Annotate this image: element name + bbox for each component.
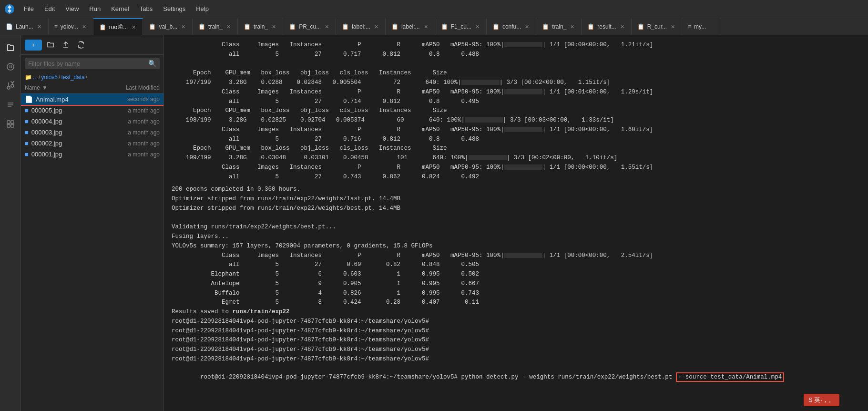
tab-train1[interactable]: 📋 train_ ✕ xyxy=(193,18,238,35)
tab-conf-close[interactable]: ✕ xyxy=(524,23,530,31)
tab-pr[interactable]: 📋 PR_cu... ✕ xyxy=(283,18,336,35)
watermark: S 英·，。 xyxy=(804,394,839,406)
app-logo xyxy=(4,3,15,15)
search-input[interactable] xyxy=(28,60,148,67)
tab-root[interactable]: 📋 root©... ✕ xyxy=(93,18,143,35)
refresh-button[interactable] xyxy=(74,38,88,51)
tab-rcur-close[interactable]: ✕ xyxy=(670,23,676,31)
menu-run[interactable]: Run xyxy=(84,3,105,14)
menu-settings[interactable]: Settings xyxy=(158,3,190,14)
tab-train3-icon: 📋 xyxy=(542,23,549,30)
top-all-row: all 5 27 0.717 0.812 0.8 0.488 xyxy=(172,50,860,59)
summary-2: Optimizer stripped from runs/train/exp22… xyxy=(172,195,860,204)
file-panel: + 🔍 📁 xyxy=(21,35,164,411)
summary-4 xyxy=(172,214,860,223)
sidebar-extensions-btn[interactable] xyxy=(2,115,19,133)
last-cmd-highlight: --source test_data/Animal.mp4 xyxy=(676,372,785,382)
cmd-line-4: root@d1-220928184041vp4-pod-jupyter-7487… xyxy=(172,345,860,354)
terminal-output[interactable]: Class Images Instances P R mAP50 mAP50-9… xyxy=(164,35,868,411)
epoch197-class: Class Images Instances P R mAP50 mAP50-9… xyxy=(172,88,860,97)
tab-conf[interactable]: 📋 confu... ✕ xyxy=(487,18,536,35)
svg-rect-2 xyxy=(10,65,10,68)
tab-yolov-icon: ≡ xyxy=(54,23,58,30)
breadcrumb-folder-icon: 📁 xyxy=(25,74,32,81)
tab-launch-close[interactable]: ✕ xyxy=(36,23,42,31)
search-box[interactable]: 🔍 xyxy=(25,58,160,69)
tab-f1[interactable]: 📋 F1_cu... ✕ xyxy=(435,18,487,35)
main-layout: + 🔍 📁 xyxy=(0,35,868,411)
tab-label2-close[interactable]: ✕ xyxy=(423,23,429,31)
svg-rect-3 xyxy=(11,65,12,68)
sidebar-running-btn[interactable] xyxy=(2,58,19,75)
tab-root-close[interactable]: ✕ xyxy=(131,23,137,31)
last-cmd-line: root@d1-220928184041vp4-pod-jupyter-7487… xyxy=(172,364,860,391)
menu-help[interactable]: Help xyxy=(191,3,214,14)
tab-yolov-close[interactable]: ✕ xyxy=(81,23,87,31)
epoch197-row: Epoch GPU_mem box_loss obj_loss cls_loss… xyxy=(172,69,860,78)
tab-bar: 📄 Laun... ✕ ≡ yolov... ✕ 📋 root©... ✕ 📋 … xyxy=(0,18,868,35)
tab-train2[interactable]: 📋 train_ ✕ xyxy=(238,18,283,35)
menu-tabs[interactable]: Tabs xyxy=(135,3,157,14)
tab-valb[interactable]: 📋 val_b... ✕ xyxy=(143,18,193,35)
file-item-000004[interactable]: ■ 000004.jpg a month ago xyxy=(21,116,163,127)
epoch197-all: all 5 27 0.714 0.812 0.8 0.495 xyxy=(172,97,860,106)
cmd-line-1: root@d1-220928184041vp4-pod-jupyter-7487… xyxy=(172,317,860,326)
menu-view[interactable]: View xyxy=(61,3,83,14)
sidebar-git-btn[interactable] xyxy=(2,77,19,94)
epoch199-class: Class Images Instances P R mAP50 mAP50-9… xyxy=(172,163,860,172)
modified-column-header[interactable]: Last Modified xyxy=(107,84,160,91)
epoch198-class: Class Images Instances P R mAP50 mAP50-9… xyxy=(172,125,860,134)
tab-label1-close[interactable]: ✕ xyxy=(373,23,379,31)
tab-rcur-icon: 📋 xyxy=(637,23,644,30)
file-modified-000005: a month ago xyxy=(107,107,160,114)
tab-label2[interactable]: 📋 label:... ✕ xyxy=(386,18,435,35)
tab-my[interactable]: ≡ my... xyxy=(682,18,720,35)
tab-f1-close[interactable]: ✕ xyxy=(474,23,480,31)
menu-edit[interactable]: Edit xyxy=(40,3,60,14)
val-row-all: all 5 27 0.69 0.82 0.848 0.505 xyxy=(172,260,860,269)
file-item-000002[interactable]: ■ 000002.jpg a month ago xyxy=(21,138,163,149)
tab-launch[interactable]: 📄 Laun... ✕ xyxy=(0,18,49,35)
file-item-000003[interactable]: ■ 000003.jpg a month ago xyxy=(21,127,163,138)
file-list: 📄 Animal.mp4 seconds ago ■ 000005.jpg a … xyxy=(21,93,163,411)
new-folder-button[interactable] xyxy=(44,38,57,51)
new-button[interactable]: + xyxy=(25,40,42,51)
tab-train2-icon: 📋 xyxy=(244,23,251,30)
file-item-000005[interactable]: ■ 000005.jpg a month ago xyxy=(21,105,163,116)
menu-bar: File Edit View Run Kernel Tabs Settings … xyxy=(0,0,868,18)
tab-train1-close[interactable]: ✕ xyxy=(225,23,232,31)
tab-train2-close[interactable]: ✕ xyxy=(271,23,277,31)
menu-kernel[interactable]: Kernel xyxy=(106,3,134,14)
epoch199-data: 199/199 3.28G 0.03048 0.03301 0.00458 10… xyxy=(172,154,860,163)
file-icon-jpg-5: ■ xyxy=(25,107,29,114)
file-modified-000004: a month ago xyxy=(107,118,160,125)
svg-rect-10 xyxy=(11,124,14,127)
upload-button[interactable] xyxy=(59,38,72,51)
tab-root-icon: 📋 xyxy=(99,24,106,31)
file-icon-jpg-3: ■ xyxy=(25,129,29,136)
sidebar-toc-btn[interactable] xyxy=(2,96,19,113)
menu-file[interactable]: File xyxy=(19,3,39,14)
file-item-000001[interactable]: ■ 000001.jpg a month ago xyxy=(21,149,163,160)
file-name-animal: Animal.mp4 xyxy=(36,96,104,103)
tab-label1-icon: 📋 xyxy=(342,23,349,30)
tab-train3-close[interactable]: ✕ xyxy=(569,23,575,31)
file-item-animal-mp4[interactable]: 📄 Animal.mp4 seconds ago xyxy=(21,93,163,105)
file-toolbar: + xyxy=(21,35,163,55)
file-modified-000001: a month ago xyxy=(107,151,160,158)
file-list-header: Name ▼ Last Modified xyxy=(21,82,163,93)
sidebar-files-btn[interactable] xyxy=(2,39,19,56)
tab-my-icon: ≡ xyxy=(688,23,691,30)
tab-rcur[interactable]: 📋 R_cur... ✕ xyxy=(632,18,682,35)
sidebar-icons xyxy=(0,35,21,411)
plus-icon: + xyxy=(31,41,35,49)
tab-pr-close[interactable]: ✕ xyxy=(324,23,330,31)
tab-train3[interactable]: 📋 train_ ✕ xyxy=(536,18,582,35)
tab-label1[interactable]: 📋 label:... ✕ xyxy=(336,18,386,35)
tab-valb-close[interactable]: ✕ xyxy=(180,23,186,31)
tab-result-close[interactable]: ✕ xyxy=(619,23,625,31)
file-name-000003: 000003.jpg xyxy=(31,129,104,136)
tab-yolov[interactable]: ≡ yolov... ✕ xyxy=(49,18,93,35)
name-column-header[interactable]: Name ▼ xyxy=(25,84,107,91)
tab-result[interactable]: 📋 result... ✕ xyxy=(582,18,631,35)
